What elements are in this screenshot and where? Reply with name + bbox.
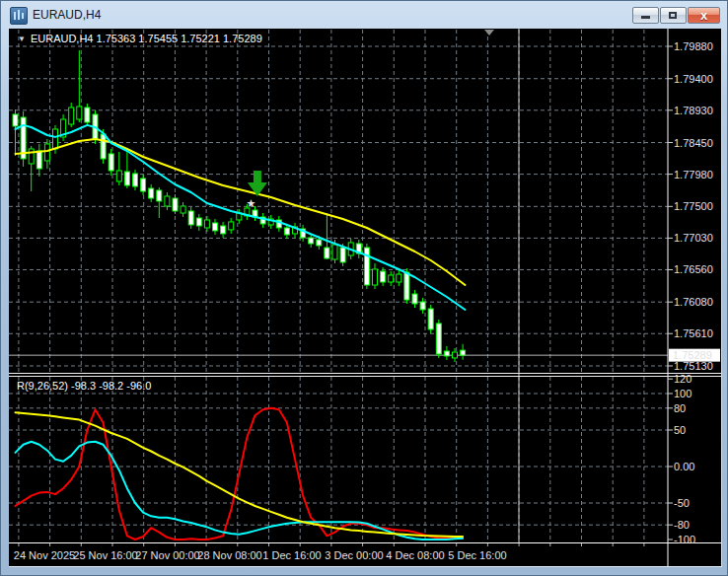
candle-body [229, 222, 234, 230]
candle-body [381, 271, 386, 282]
price-axis-label: 1.75610 [674, 327, 713, 339]
grid-lines [9, 30, 668, 542]
candle-body [436, 324, 441, 354]
candle-body [204, 220, 209, 228]
candle-body [85, 108, 90, 122]
candle-body [309, 238, 314, 244]
candle-body [461, 350, 466, 355]
price-axis-label: 1.76080 [674, 296, 713, 308]
price-axis-label: 1.75130 [674, 360, 713, 372]
time-axis-label: 25 Nov 16:00 [73, 549, 137, 561]
current-price-tag-text: 1.75289 [673, 349, 712, 361]
candle-body [149, 188, 154, 198]
candle-body [29, 149, 34, 164]
chart-shift-marker-icon[interactable] [484, 30, 494, 36]
candle-body [101, 134, 106, 159]
close-button[interactable]: x [688, 7, 720, 24]
candle-body [428, 309, 433, 329]
indicator-axis-label: 50 [674, 424, 686, 436]
minimize-icon [641, 16, 650, 19]
price-axis-label: 1.77980 [674, 169, 713, 180]
indicator-axis[interactable]: 12010080500.00-50-80-100 [668, 373, 695, 545]
candle-body [44, 144, 49, 161]
time-axis-label: 24 Nov 2025 [14, 549, 75, 561]
candle-body [404, 272, 409, 300]
candle-body [133, 174, 138, 186]
chevron-down-icon[interactable]: ▼ [18, 35, 26, 43]
chart-header: ▼EURAUD,H4 1.75363 1.75455 1.75221 1.752… [18, 33, 262, 44]
minimize-button[interactable] [632, 7, 659, 24]
mt4-chart-window: EURAUD,H4 x ★1.798801.794001.789301.7845… [0, 0, 728, 576]
time-axis-label: 27 Nov 00:00 [135, 549, 199, 561]
restore-icon [669, 12, 677, 19]
price-axis-label: 1.79400 [674, 73, 713, 85]
indicator-axis-label: 80 [674, 402, 686, 414]
price-axis[interactable]: 1.798801.794001.789301.784501.779801.775… [668, 40, 720, 372]
time-axis[interactable]: 24 Nov 202525 Nov 16:0027 Nov 00:0028 No… [14, 543, 644, 561]
candle-body [181, 206, 185, 213]
candle-body [389, 275, 394, 282]
candle-body [157, 190, 162, 201]
candle-body [444, 351, 449, 356]
time-axis-label: 4 Dec 08:00 [386, 549, 444, 561]
candle-body [109, 154, 113, 171]
candle-body [364, 248, 369, 285]
price-axis-label: 1.77500 [674, 200, 713, 212]
candle-body [196, 218, 201, 226]
candle-body [188, 211, 193, 225]
ma-yellow-line [16, 139, 466, 285]
candle-body [13, 114, 18, 126]
indicator-axis-label: -80 [674, 519, 690, 531]
candle-body [141, 179, 146, 191]
candle-body [165, 196, 170, 206]
close-icon: x [689, 8, 719, 23]
price-axis-label: 1.78930 [674, 105, 713, 116]
price-axis-label: 1.78450 [674, 137, 713, 149]
candle-body [221, 226, 226, 234]
price-axis-label: 1.76560 [674, 263, 713, 275]
window-title: EURAUD,H4 [33, 8, 101, 22]
window-titlebar[interactable]: EURAUD,H4 x [1, 1, 727, 29]
time-axis-label: 3 Dec 00:00 [325, 549, 383, 561]
time-axis-label: 28 Nov 08:00 [197, 549, 261, 561]
candle-body [397, 274, 401, 282]
candle-body [453, 352, 458, 358]
candle-body [53, 129, 58, 149]
candle-body [332, 245, 337, 259]
indicator-axis-label: 0.00 [674, 461, 694, 472]
chart-header-ohlc: EURAUD,H4 1.75363 1.75455 1.75221 1.7528… [31, 33, 262, 44]
window-chart-icon [10, 7, 28, 25]
candle-body [69, 108, 74, 124]
candle-body [340, 248, 345, 262]
indicator-axis-label: -100 [674, 534, 695, 545]
candle-body [77, 107, 82, 119]
time-axis-label: 5 Dec 16:00 [448, 549, 506, 561]
candle-body [124, 172, 129, 185]
price-axis-label: 1.79880 [674, 40, 713, 52]
price-axis-label: 1.77030 [674, 232, 713, 244]
candle-body [325, 248, 329, 258]
candle-body [284, 228, 289, 235]
candle-body [173, 198, 178, 211]
candle-body [213, 223, 218, 231]
chart-canvas[interactable]: ★1.798801.794001.789301.784501.779801.77… [9, 29, 721, 566]
indicator-axis-label: 120 [674, 373, 692, 385]
star-icon[interactable]: ★ [247, 197, 256, 209]
indicator-axis-label: -50 [674, 497, 690, 509]
time-axis-label: 1 Dec 16:00 [262, 549, 321, 561]
indicator-label: R(9,26,52) -98.3 -98.2 -96.0 [17, 380, 151, 392]
restore-button[interactable] [660, 7, 687, 24]
candle-body [36, 151, 41, 169]
candle-body [412, 294, 417, 304]
candle-body [373, 269, 378, 285]
candle-body [116, 171, 121, 181]
candle-body [420, 302, 425, 310]
indicator-axis-label: 100 [674, 388, 692, 399]
oscillator-R9-line [16, 408, 464, 540]
candle-body [317, 240, 322, 246]
